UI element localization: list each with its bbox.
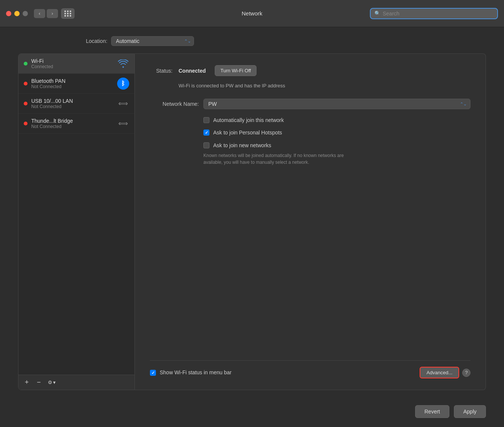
sidebar-item-usb[interactable]: USB 10/...00 LAN Not Connected ⟺: [18, 94, 134, 114]
wifi-icon: [117, 58, 129, 70]
remove-network-button[interactable]: −: [34, 377, 44, 388]
window-title: Network: [241, 10, 262, 17]
gear-icon: ⚙: [48, 380, 52, 385]
nav-buttons: ‹ ›: [34, 9, 58, 18]
dropdown-arrow-icon: ▾: [53, 380, 56, 385]
sidebar-thunderbolt-status: Not Connected: [31, 124, 117, 129]
sidebar-item-thunderbolt-text: Thunde...lt Bridge Not Connected: [31, 118, 117, 129]
hotspot-checkbox[interactable]: [203, 130, 209, 136]
titlebar: ‹ › Network 🔍: [0, 0, 504, 27]
network-name-label: Network Name:: [150, 101, 199, 107]
new-networks-checkbox[interactable]: [203, 142, 209, 148]
search-box: 🔍: [370, 8, 498, 19]
usb-icon: ⟺: [117, 98, 129, 110]
sidebar: Wi-Fi Connected: [18, 53, 135, 390]
sidebar-usb-name: USB 10/...00 LAN: [31, 98, 117, 104]
network-name-select-wrapper: PW: [203, 99, 470, 109]
auto-join-row: Automatically join this network: [203, 117, 470, 124]
hint-text: Known networks will be joined automatica…: [203, 152, 362, 166]
bluetooth-icon: ᛒ: [117, 78, 129, 90]
add-network-button[interactable]: +: [21, 377, 32, 388]
grid-button[interactable]: [61, 8, 75, 19]
status-dot-wifi: [24, 62, 27, 66]
network-name-select[interactable]: PW: [203, 99, 470, 109]
right-panel: Status: Connected Turn Wi-Fi Off Wi-Fi i…: [135, 53, 486, 390]
back-button[interactable]: ‹: [34, 9, 45, 18]
revert-button[interactable]: Revert: [415, 405, 449, 418]
gear-menu-button[interactable]: ⚙ ▾: [46, 378, 58, 387]
show-wifi-row: Show Wi-Fi status in menu bar: [150, 369, 232, 377]
sidebar-item-thunderbolt[interactable]: Thunde...lt Bridge Not Connected ⟺: [18, 114, 134, 134]
main-content: Location: Automatic Wi-Fi Connected: [0, 27, 504, 399]
location-row: Location: Automatic: [18, 36, 486, 46]
sidebar-item-bluetooth-text: Bluetooth PAN Not Connected: [31, 78, 117, 89]
sidebar-wifi-status: Connected: [31, 64, 117, 69]
sidebar-item-wifi-text: Wi-Fi Connected: [31, 58, 117, 69]
grid-icon: [64, 11, 72, 17]
status-dot-thunderbolt: [24, 122, 27, 125]
sidebar-list: Wi-Fi Connected: [18, 54, 134, 375]
auto-join-checkbox[interactable]: [203, 117, 209, 123]
panel-content: Status: Connected Turn Wi-Fi Off Wi-Fi i…: [150, 65, 470, 354]
new-networks-label: Ask to join new networks: [213, 142, 271, 149]
sidebar-usb-status: Not Connected: [31, 104, 117, 109]
thunderbolt-icon: ⟺: [117, 117, 129, 130]
sidebar-bluetooth-status: Not Connected: [31, 84, 117, 89]
forward-button[interactable]: ›: [47, 9, 58, 18]
content-area: Wi-Fi Connected: [18, 53, 486, 390]
action-buttons: Revert Apply: [0, 399, 504, 427]
search-input[interactable]: [383, 11, 493, 17]
apply-button[interactable]: Apply: [454, 405, 486, 418]
new-networks-row: Ask to join new networks: [203, 142, 470, 149]
location-label: Location:: [86, 38, 107, 44]
network-name-row: Network Name: PW: [150, 99, 470, 109]
auto-join-label: Automatically join this network: [213, 117, 284, 124]
status-description: Wi-Fi is connected to PW and has the IP …: [179, 82, 470, 90]
status-dot-usb: [24, 102, 27, 105]
status-value: Connected: [179, 68, 206, 74]
advanced-button[interactable]: Advanced...: [420, 367, 459, 378]
help-button[interactable]: ?: [462, 369, 470, 377]
close-button[interactable]: [6, 11, 11, 16]
sidebar-item-wifi[interactable]: Wi-Fi Connected: [18, 54, 134, 74]
location-select-wrapper: Automatic: [111, 36, 194, 46]
show-wifi-label: Show Wi-Fi status in menu bar: [160, 369, 232, 377]
sidebar-item-usb-text: USB 10/...00 LAN Not Connected: [31, 98, 117, 109]
sidebar-wifi-name: Wi-Fi: [31, 58, 117, 64]
hotspot-label: Ask to join Personal Hotspots: [213, 129, 282, 137]
sidebar-toolbar: + − ⚙ ▾: [18, 375, 134, 390]
maximize-button[interactable]: [23, 11, 28, 16]
status-label: Status:: [150, 68, 173, 74]
panel-bottom: Show Wi-Fi status in menu bar Advanced..…: [150, 360, 470, 378]
turn-wifi-off-button[interactable]: Turn Wi-Fi Off: [215, 65, 257, 76]
status-row: Status: Connected Turn Wi-Fi Off: [150, 65, 470, 76]
sidebar-bluetooth-name: Bluetooth PAN: [31, 78, 117, 84]
minimize-button[interactable]: [14, 11, 20, 16]
location-select[interactable]: Automatic: [111, 36, 194, 46]
sidebar-thunderbolt-name: Thunde...lt Bridge: [31, 118, 117, 124]
traffic-lights: [6, 11, 28, 16]
status-dot-bluetooth: [24, 82, 27, 85]
sidebar-item-bluetooth[interactable]: Bluetooth PAN Not Connected ᛒ: [18, 74, 134, 94]
search-icon: 🔍: [374, 11, 380, 16]
show-wifi-checkbox[interactable]: [150, 370, 156, 376]
hotspot-row: Ask to join Personal Hotspots: [203, 129, 470, 137]
